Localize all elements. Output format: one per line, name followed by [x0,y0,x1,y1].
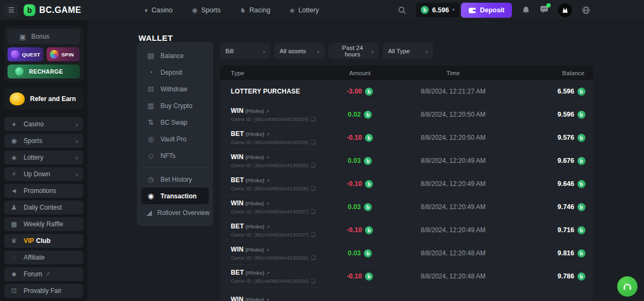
balance-value: 9.576 [558,134,574,141]
copy-icon[interactable]: ❏ [311,255,316,261]
nav-item-label: Racing [250,6,270,14]
sidebar-item-icon: ◌ [10,254,18,261]
game-link-icon[interactable]: ↗ [266,271,270,276]
sidebar-menu-item[interactable]: ♟ Daily Contest [4,200,83,214]
headset-icon [623,282,632,291]
hamburger-menu-button[interactable]: ☰ [4,3,18,17]
avatar[interactable] [558,3,572,17]
time-cell: 8/8/2024, 12:20:49 AM [388,226,518,234]
game-id-line: Game ID: (891440893444230527) ❏ [231,232,332,238]
copy-icon[interactable]: ❏ [311,209,316,214]
wallet-menu-item[interactable]: ▥ Buy Crypto [141,97,209,114]
sidebar-menu-item[interactable]: ☻ Forum ↗ [4,267,83,281]
filter-dropdown[interactable]: Bill › [220,43,270,59]
sidebar-item-icon: ⊡ [10,288,18,294]
wallet-menu-item[interactable]: ◔ Deposit [141,64,209,81]
wallet-menu-item[interactable]: ◇ NFTs [141,147,209,164]
wallet-menu-item[interactable]: ◉ Transaction [141,188,209,204]
amount-value: -0.10 [347,134,362,141]
bc-game-logo[interactable]: b BC.GAME [24,4,81,16]
game-id-line: Game ID: (891440893444230529) ❏ [231,139,332,145]
sidebar-menu-item[interactable]: ▦ Weekly Raffle [4,217,83,231]
sidebar-menu-item[interactable]: ◉ Sports › [4,134,83,148]
filter-label: Past 24 hours [334,45,371,58]
balance-selector[interactable]: b 6.596 ▾ [416,3,459,18]
spin-button[interactable]: SPIN [47,47,80,61]
language-globe-icon[interactable] [582,6,590,15]
wallet-menu-item[interactable]: ◷ Bet History [141,171,209,188]
sidebar-menu-item[interactable]: ◄ Promotions [4,184,83,198]
sidebar-item-accent: VIP [24,237,34,245]
transaction-type: BET [231,176,244,184]
support-chat-button[interactable] [617,276,638,297]
transaction-type: BET [231,130,244,138]
nav-item-icon: ♞ [240,7,246,13]
refer-and-earn-button[interactable]: Refer and Earn [4,88,83,110]
sidebar-item-label: Affiliate [24,254,45,261]
wallet-menu-item[interactable]: ⇅ BC Swap [141,114,209,131]
bonus-button[interactable]: ▣ Bonus [8,29,80,44]
table-row: WIN (Plinko) ↗ Game ID: (891440893444230… [220,196,593,219]
game-link-icon[interactable]: ↗ [266,298,270,301]
copy-icon[interactable]: ❏ [311,117,316,122]
wallet-item-icon: ◔ [147,69,155,76]
sidebar-item-icon: ◄ [10,188,18,194]
deposit-button[interactable]: Deposit [461,3,512,18]
copy-icon[interactable]: ❏ [311,186,316,191]
wallet-menu-item[interactable]: ▤ Balance [141,47,209,64]
sidebar-menu-item[interactable]: ♛ VIP Club [4,234,83,248]
wallet-menu-item[interactable]: ⊟ Withdraw [141,81,209,97]
filter-dropdown[interactable]: Past 24 hours › [328,43,379,59]
balance-amount: 6.596 [432,6,449,14]
transactions-table: Type Amount Time Balance LOTTERY PURCHAS… [220,66,593,301]
gift-icon: ▣ [19,33,26,40]
bc-coin-icon: b [365,226,373,234]
copy-icon[interactable]: ❏ [311,163,316,168]
wallet-item-label: Transaction [160,192,196,200]
sidebar-menu-item[interactable]: ⊡ Provably Fair [4,284,83,298]
sidebar-item-label: Promotions [24,187,56,195]
filter-dropdown[interactable]: All Type › [383,43,433,59]
amount-value: -0.10 [347,180,362,188]
amount-value: -3.00 [347,88,362,95]
game-link-icon[interactable]: ↗ [266,225,270,230]
sidebar-menu-item[interactable]: ♦ Casino › [4,117,83,131]
topnav-item[interactable]: ♞ Racing [240,6,270,14]
topnav-item[interactable]: ◈ Lottery [290,6,319,14]
sidebar-menu-item[interactable]: ⚡ Up Down › [4,167,83,181]
sidebar-menu-item[interactable]: ◌ Affiliate [4,250,83,264]
chat-button[interactable] [540,5,548,16]
sidebar-menu-item[interactable]: ◈ Lottery › [4,150,83,164]
type-cell: BET (Plinko) ↗ Game ID: (891440893444230… [220,176,332,191]
search-icon[interactable] [398,6,406,15]
game-name: (Plinko) [245,247,264,253]
filter-dropdown[interactable]: All assets › [274,43,325,59]
game-link-icon[interactable]: ↗ [266,202,270,206]
wallet-menu-item[interactable]: ◢ Rollover Overview [141,204,209,221]
sidebar-item-label: Club [36,237,50,245]
topnav-item[interactable]: ◉ Sports [192,6,221,14]
quest-button[interactable]: QUEST [8,47,43,61]
game-link-icon[interactable]: ↗ [266,155,270,160]
notifications-bell-icon[interactable] [522,6,530,15]
game-link-icon[interactable]: ↗ [266,178,270,183]
copy-icon[interactable]: ❏ [311,140,316,145]
game-link-icon[interactable]: ↗ [266,132,270,137]
bc-coin-icon: b [365,273,373,281]
type-cell: LOTTERY PURCHASE [220,88,332,95]
recharge-button[interactable]: RECHARGE [8,64,80,78]
copy-icon[interactable]: ❏ [311,232,316,238]
game-link-icon[interactable]: ↗ [266,109,270,114]
wallet-item-label: Withdraw [160,85,187,93]
wallet-item-icon: ⊟ [147,85,155,92]
wallet-menu-item[interactable]: ◎ Vault Pro [141,131,209,147]
bc-coin-icon: b [577,88,586,96]
bc-coin-icon: b [421,6,429,14]
table-row: BET (Plinko) ↗ Game ID: (891440893444230… [220,173,593,196]
transaction-type: WIN [231,199,244,207]
copy-icon[interactable]: ❏ [311,278,316,284]
topnav-item[interactable]: ♦ Casino [144,6,172,14]
game-link-icon[interactable]: ↗ [266,248,270,253]
game-name: (Plinko) [245,154,264,160]
game-name: (Plinko) [245,297,264,301]
